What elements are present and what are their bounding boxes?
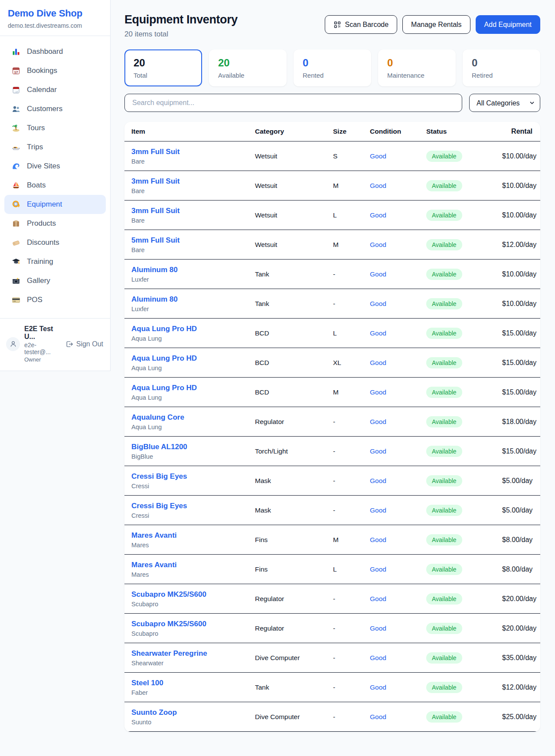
item-name-link[interactable]: Mares Avanti — [131, 561, 255, 569]
item-condition-link[interactable]: Good — [370, 595, 426, 603]
item-condition-link[interactable]: Good — [370, 182, 426, 190]
item-condition-link[interactable]: Good — [370, 300, 426, 308]
item-name-link[interactable]: Scubapro MK25/S600 — [131, 620, 255, 628]
table-row[interactable]: 5mm Full Suit Bare Wetsuit M Good Availa… — [124, 230, 540, 260]
item-condition-link[interactable]: Good — [370, 447, 426, 455]
table-row[interactable]: Shearwater Peregrine Shearwater Dive Com… — [124, 643, 540, 673]
item-rental-rate: $15.00/day — [502, 447, 537, 455]
item-size: - — [333, 300, 370, 308]
item-condition-link[interactable]: Good — [370, 270, 426, 278]
item-category: Tank — [255, 684, 333, 691]
item-name-link[interactable]: Shearwater Peregrine — [131, 649, 255, 658]
stat-card-available[interactable]: 20 Available — [209, 49, 287, 86]
item-name-link[interactable]: Aluminum 80 — [131, 295, 255, 304]
item-name-link[interactable]: Aqua Lung Pro HD — [131, 354, 255, 363]
item-condition-link[interactable]: Good — [370, 329, 426, 337]
sidebar-item-equipment[interactable]: Equipment — [4, 195, 106, 214]
item-name-link[interactable]: Suunto Zoop — [131, 708, 255, 717]
add-equipment-button[interactable]: Add Equipment — [476, 15, 540, 34]
user-info: E2E Test U... e2e-tester@... Owner — [24, 325, 61, 363]
item-name-link[interactable]: Mares Avanti — [131, 531, 255, 540]
table-row[interactable]: Scubapro MK25/S600 Scubapro Regulator - … — [124, 614, 540, 643]
sidebar-item-dashboard[interactable]: Dashboard — [4, 42, 106, 61]
item-cell: Scubapro MK25/S600 Scubapro — [131, 620, 255, 637]
item-condition-link[interactable]: Good — [370, 418, 426, 426]
item-name-link[interactable]: Cressi Big Eyes — [131, 502, 255, 510]
item-condition-link[interactable]: Good — [370, 565, 426, 573]
table-row[interactable]: Aqua Lung Pro HD Aqua Lung BCD M Good Av… — [124, 378, 540, 407]
item-condition-link[interactable]: Good — [370, 211, 426, 219]
nav-item-label: Customers — [27, 105, 62, 113]
scan-barcode-button[interactable]: Scan Barcode — [325, 15, 398, 34]
item-name-link[interactable]: 3mm Full Suit — [131, 148, 255, 156]
table-row[interactable]: Aqua Lung Pro HD Aqua Lung BCD L Good Av… — [124, 319, 540, 348]
svg-text:17: 17 — [14, 70, 18, 74]
sidebar-item-bookings[interactable]: 17 Bookings — [4, 61, 106, 80]
table-row[interactable]: Aqualung Core Aqua Lung Regulator - Good… — [124, 407, 540, 437]
sidebar-item-calendar[interactable]: Calendar — [4, 80, 106, 99]
status-cell: Available — [426, 446, 502, 457]
status-cell: Available — [426, 475, 502, 486]
item-name-link[interactable]: 3mm Full Suit — [131, 177, 255, 186]
item-name-link[interactable]: Aqua Lung Pro HD — [131, 325, 255, 333]
table-row[interactable]: Mares Avanti Mares Fins M Good Available… — [124, 525, 540, 555]
stat-card-retired[interactable]: 0 Retired — [463, 49, 540, 86]
table-row[interactable]: Aluminum 80 Luxfer Tank - Good Available… — [124, 289, 540, 319]
item-condition-link[interactable]: Good — [370, 506, 426, 514]
table-row[interactable]: Aqua Lung Pro HD Aqua Lung BCD XL Good A… — [124, 348, 540, 378]
item-name-link[interactable]: BigBlue AL1200 — [131, 443, 255, 451]
item-condition-link[interactable]: Good — [370, 359, 426, 367]
table-row[interactable]: Scubapro MK25/S600 Scubapro Regulator - … — [124, 584, 540, 614]
item-name-link[interactable]: 3mm Full Suit — [131, 207, 255, 215]
item-name-link[interactable]: Steel 100 — [131, 679, 255, 687]
category-select-wrap: All Categories — [469, 94, 540, 112]
sidebar-item-gallery[interactable]: Gallery — [4, 271, 106, 290]
item-condition-link[interactable]: Good — [370, 388, 426, 396]
item-name-link[interactable]: Cressi Big Eyes — [131, 472, 255, 481]
user-block: E2E Test U... e2e-tester@... Owner Sign … — [0, 318, 110, 370]
category-select[interactable]: All Categories — [469, 94, 540, 112]
sidebar-item-training[interactable]: Training — [4, 252, 106, 271]
item-name-link[interactable]: Scubapro MK25/S600 — [131, 590, 255, 599]
item-category: Torch/Light — [255, 447, 333, 455]
stat-card-maintenance[interactable]: 0 Maintenance — [378, 49, 456, 86]
table-row[interactable]: 3mm Full Suit Bare Wetsuit S Good Availa… — [124, 141, 540, 171]
item-size: - — [333, 447, 370, 455]
item-name-link[interactable]: 5mm Full Suit — [131, 236, 255, 245]
table-row[interactable]: 3mm Full Suit Bare Wetsuit M Good Availa… — [124, 171, 540, 201]
item-name-link[interactable]: Aqua Lung Pro HD — [131, 384, 255, 392]
sidebar-item-customers[interactable]: Customers — [4, 99, 106, 118]
sidebar-item-pos[interactable]: POS — [4, 290, 106, 309]
sidebar-item-products[interactable]: Products — [4, 214, 106, 233]
stat-card-total[interactable]: 20 Total — [124, 49, 202, 86]
item-name-link[interactable]: Aqualung Core — [131, 413, 255, 422]
item-condition-link[interactable]: Good — [370, 684, 426, 691]
item-condition-link[interactable]: Good — [370, 625, 426, 632]
sign-out-button[interactable]: Sign Out — [65, 340, 103, 348]
item-condition-link[interactable]: Good — [370, 654, 426, 662]
item-condition-link[interactable]: Good — [370, 152, 426, 160]
sidebar-item-tours[interactable]: Tours — [4, 118, 106, 138]
table-row[interactable]: Mares Avanti Mares Fins L Good Available… — [124, 555, 540, 584]
table-row[interactable]: 3mm Full Suit Bare Wetsuit L Good Availa… — [124, 201, 540, 230]
sidebar-item-trips[interactable]: Trips — [4, 138, 106, 157]
item-condition-link[interactable]: Good — [370, 241, 426, 249]
item-rental-rate: $15.00/day — [502, 359, 537, 367]
sidebar-item-dive-sites[interactable]: Dive Sites — [4, 157, 106, 176]
sidebar-item-boats[interactable]: Boats — [4, 176, 106, 195]
search-input[interactable] — [124, 94, 462, 112]
manage-rentals-button[interactable]: Manage Rentals — [402, 15, 470, 34]
table-row[interactable]: BigBlue AL1200 BigBlue Torch/Light - Goo… — [124, 437, 540, 466]
item-condition-link[interactable]: Good — [370, 713, 426, 721]
item-condition-link[interactable]: Good — [370, 536, 426, 544]
sidebar-item-discounts[interactable]: Discounts — [4, 233, 106, 252]
table-row[interactable]: Cressi Big Eyes Cressi Mask - Good Avail… — [124, 496, 540, 525]
table-row[interactable]: Suunto Zoop Suunto Dive Computer - Good … — [124, 702, 540, 732]
item-name-link[interactable]: Aluminum 80 — [131, 266, 255, 274]
item-condition-link[interactable]: Good — [370, 477, 426, 485]
item-category: Tank — [255, 300, 333, 308]
table-row[interactable]: Aluminum 80 Luxfer Tank - Good Available… — [124, 260, 540, 289]
table-row[interactable]: Steel 100 Faber Tank - Good Available $1… — [124, 673, 540, 702]
table-row[interactable]: Cressi Big Eyes Cressi Mask - Good Avail… — [124, 466, 540, 496]
stat-card-rented[interactable]: 0 Rented — [294, 49, 371, 86]
